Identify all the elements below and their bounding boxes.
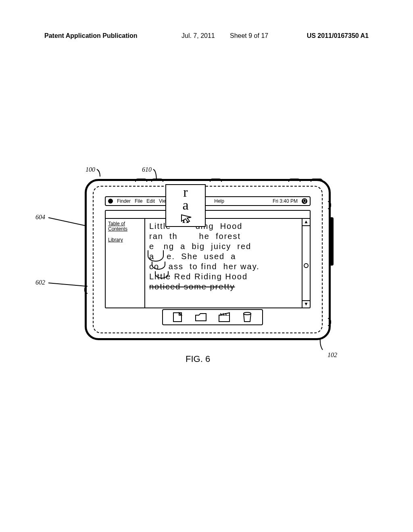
menu-finder[interactable]: Finder	[117, 198, 131, 204]
apple-icon	[148, 250, 164, 262]
ref-604: 604	[35, 214, 45, 221]
cursor-letter: r	[166, 186, 205, 199]
text-cursor-popup: r a n	[165, 184, 206, 227]
ref-610: 610	[142, 166, 152, 173]
sidebar: Table of Contents Library	[106, 219, 145, 308]
side-button[interactable]	[330, 217, 334, 266]
story-content: Little ding Hood ran th he forest e ng a…	[145, 219, 302, 308]
story-line: e ng a big juicy red	[149, 241, 298, 251]
cursor-letter: a	[166, 199, 205, 212]
sidebar-link-toc[interactable]: Table of Contents	[108, 221, 142, 232]
dock	[162, 309, 263, 325]
window-titlebar[interactable]	[106, 211, 310, 219]
top-notch	[210, 179, 222, 182]
trash-icon[interactable]	[241, 312, 253, 322]
app-window: Table of Contents Library Little ding Ho…	[105, 210, 311, 308]
publication-label: Patent Application Publication	[44, 32, 138, 39]
scrollbar[interactable]: ▲ ▼	[302, 219, 310, 308]
publication-date: Jul. 7, 2011	[181, 32, 215, 39]
top-notch	[151, 179, 163, 182]
menubar: Finder File Edit Vie Help Fri 3:40 PM Q	[105, 196, 311, 206]
menu-clock[interactable]: Fri 3:40 PM	[273, 198, 298, 204]
right-bump	[328, 318, 331, 326]
ref-602: 602	[35, 279, 45, 286]
figure-6: 100 610 604 602 102 Finder File Edit Vie	[52, 177, 343, 371]
top-notch	[311, 179, 323, 182]
publication-number: US 2011/0167350 A1	[307, 32, 369, 39]
ref-102: 102	[327, 351, 337, 359]
sidebar-link-library[interactable]: Library	[108, 237, 142, 243]
folder-icon[interactable]	[195, 312, 207, 322]
left-bump	[84, 286, 88, 294]
tablet-device: Finder File Edit Vie Help Fri 3:40 PM Q …	[85, 179, 331, 340]
story-line: Little Red Riding Hood	[149, 272, 298, 282]
menu-help[interactable]: Help	[214, 198, 224, 204]
menu-view-truncated[interactable]: Vie	[159, 198, 166, 204]
story-line: co ass to find her way.	[149, 262, 298, 272]
apple-menu-icon[interactable]	[108, 199, 113, 204]
right-bump	[328, 201, 331, 209]
screen-area: Finder File Edit Vie Help Fri 3:40 PM Q …	[93, 186, 323, 333]
svg-rect-1	[219, 315, 229, 322]
figure-label: FIG. 6	[186, 354, 210, 364]
document-icon[interactable]	[172, 312, 184, 322]
sheet-number: Sheet 9 of 17	[230, 32, 268, 39]
menu-file[interactable]: File	[135, 198, 142, 204]
scroll-up-icon[interactable]: ▲	[302, 219, 310, 226]
svg-point-2	[244, 312, 251, 315]
story-line: ran th he forest	[149, 231, 298, 241]
scroll-down-icon[interactable]: ▼	[302, 300, 310, 308]
clapper-icon[interactable]	[218, 312, 230, 322]
menu-edit[interactable]: Edit	[146, 198, 155, 204]
top-notch	[135, 179, 147, 182]
story-line: a e. She used a	[149, 251, 298, 262]
story-line: noticed some pretty	[149, 282, 298, 292]
ref-100: 100	[86, 166, 95, 173]
top-notch	[288, 179, 300, 182]
scroll-thumb[interactable]	[304, 263, 309, 268]
spotlight-icon[interactable]: Q	[302, 198, 307, 204]
